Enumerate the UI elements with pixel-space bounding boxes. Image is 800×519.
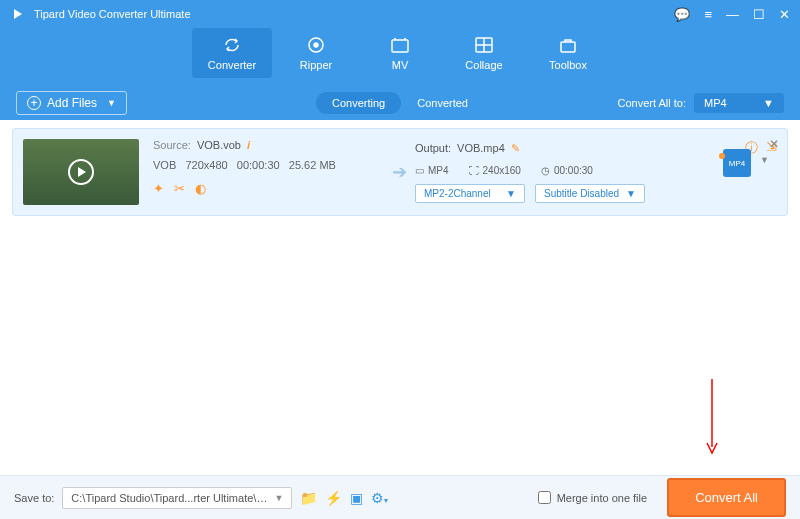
rename-icon[interactable]: ✎ (511, 142, 520, 155)
clock-icon: ◷ (541, 165, 550, 176)
chevron-down-icon: ▼ (107, 98, 116, 108)
merge-checkbox-input[interactable] (538, 491, 551, 504)
source-filename: VOB.vob (197, 139, 241, 151)
edit-icon[interactable]: ✦ (153, 181, 164, 196)
svg-point-1 (314, 43, 318, 47)
source-label: Source: (153, 139, 191, 151)
nav-collage-label: Collage (465, 59, 502, 71)
merge-checkbox[interactable]: Merge into one file (538, 491, 648, 504)
src-container: VOB (153, 159, 176, 171)
nav-toolbox[interactable]: Toolbox (528, 28, 608, 78)
add-files-label: Add Files (47, 96, 97, 110)
cut-icon[interactable]: ✂ (174, 181, 185, 196)
src-duration: 00:00:30 (237, 159, 280, 171)
nav-converter-label: Converter (208, 59, 256, 71)
arrow-icon: ➔ (383, 139, 415, 205)
info-icon[interactable]: i (247, 139, 250, 151)
chevron-down-icon: ▼ (626, 188, 636, 199)
svg-rect-2 (392, 40, 408, 52)
maximize-icon[interactable]: ☐ (753, 7, 765, 22)
ripper-icon (307, 35, 325, 55)
enhance-icon[interactable]: ◐ (195, 181, 206, 196)
nav-mv-label: MV (392, 59, 409, 71)
remove-file-icon[interactable]: ✕ (769, 137, 779, 151)
feedback-icon[interactable]: 💬 (674, 7, 690, 22)
nav-ripper[interactable]: Ripper (276, 28, 356, 78)
mv-icon (391, 35, 409, 55)
annotation-arrow (704, 379, 720, 459)
format-chevron-icon[interactable]: ▼ (760, 155, 769, 165)
out-duration: 00:00:30 (554, 165, 593, 176)
video-icon: ▭ (415, 165, 424, 176)
gpu-accel-icon[interactable]: ▣ (350, 490, 363, 506)
task-schedule-icon[interactable]: ⚡ (325, 490, 342, 506)
convert-all-to-label: Convert All to: (618, 97, 686, 109)
nav-mv[interactable]: MV (360, 28, 440, 78)
toolbox-icon (559, 35, 577, 55)
converter-icon (222, 35, 242, 55)
chevron-down-icon: ▼ (506, 188, 516, 199)
format-badge[interactable]: MP4 (723, 149, 751, 177)
close-icon[interactable]: ✕ (779, 7, 790, 22)
resize-icon: ⛶ (469, 165, 479, 176)
audio-select[interactable]: MP2-2Channel▼ (415, 184, 525, 203)
nav-converter[interactable]: Converter (192, 28, 272, 78)
collage-icon (475, 35, 493, 55)
output-label: Output: (415, 142, 451, 154)
tab-converted[interactable]: Converted (401, 92, 484, 114)
play-icon (68, 159, 94, 185)
out-container: MP4 (428, 165, 449, 176)
video-thumbnail[interactable] (23, 139, 139, 205)
output-format-select[interactable]: MP4▼ (694, 93, 784, 113)
tab-converting[interactable]: Converting (316, 92, 401, 114)
minimize-icon[interactable]: — (726, 7, 739, 22)
file-row: Source: VOB.vob i VOB 720x480 00:00:30 2… (12, 128, 788, 216)
menu-icon[interactable]: ≡ (704, 7, 712, 22)
settings-icon[interactable]: ⚙▾ (371, 490, 388, 506)
plus-icon: + (27, 96, 41, 110)
open-folder-icon[interactable]: 📁 (300, 490, 317, 506)
nav-toolbox-label: Toolbox (549, 59, 587, 71)
chevron-down-icon: ▼ (274, 493, 283, 503)
add-files-button[interactable]: + Add Files ▼ (16, 91, 127, 115)
out-resolution: 240x160 (483, 165, 521, 176)
app-title: Tipard Video Converter Ultimate (34, 8, 674, 20)
svg-rect-4 (561, 42, 575, 52)
src-size: 25.62 MB (289, 159, 336, 171)
output-filename: VOB.mp4 (457, 142, 505, 154)
nav-ripper-label: Ripper (300, 59, 332, 71)
save-to-label: Save to: (14, 492, 54, 504)
chevron-down-icon: ▼ (763, 97, 774, 109)
save-path-select[interactable]: C:\Tipard Studio\Tipard...rter Ultimate\… (62, 487, 292, 509)
subtitle-select[interactable]: Subtitle Disabled▼ (535, 184, 645, 203)
app-logo (10, 6, 26, 22)
src-resolution: 720x480 (185, 159, 227, 171)
convert-all-button[interactable]: Convert All (667, 478, 786, 517)
nav-collage[interactable]: Collage (444, 28, 524, 78)
